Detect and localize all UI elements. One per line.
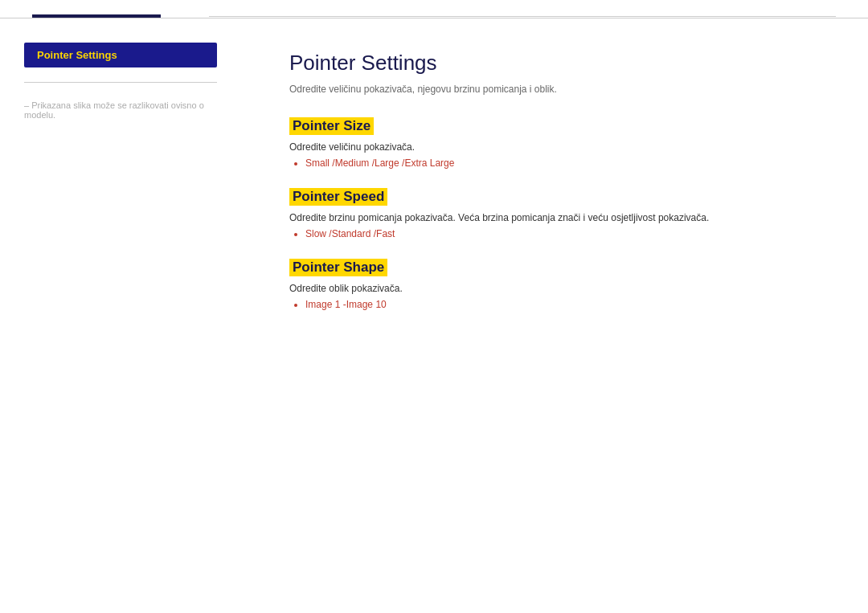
sidebar: Pointer Settings – Prikazana slika može … <box>0 35 241 362</box>
section-options-pointer-size: Small /Medium /Large /Extra Large <box>289 157 820 169</box>
section-pointer-size: Pointer Size Odredite veličinu pokazivač… <box>289 117 820 169</box>
content-area: Pointer Settings Odredite veličinu pokaz… <box>241 35 868 362</box>
section-pointer-shape: Pointer Shape Odredite oblik pokazivača.… <box>289 259 820 310</box>
page-subtitle: Odredite veličinu pokazivača, njegovu br… <box>289 84 820 95</box>
pointer-shape-option: Image 1 -Image 10 <box>305 299 820 310</box>
section-title-pointer-speed: Pointer Speed <box>289 188 387 206</box>
top-bar <box>0 0 868 18</box>
sidebar-note: – Prikazana slika može se razlikovati ov… <box>24 100 217 120</box>
section-pointer-speed: Pointer Speed Odredite brzinu pomicanja … <box>289 188 820 239</box>
section-options-pointer-speed: Slow /Standard /Fast <box>289 228 820 239</box>
top-bar-separator <box>209 16 836 17</box>
section-title-pointer-shape: Pointer Shape <box>289 259 387 276</box>
section-title-pointer-size: Pointer Size <box>289 117 374 135</box>
sidebar-divider <box>24 82 217 83</box>
section-desc-pointer-size: Odredite veličinu pokazivača. <box>289 141 820 153</box>
main-layout: Pointer Settings – Prikazana slika može … <box>0 18 868 362</box>
pointer-speed-option: Slow /Standard /Fast <box>305 228 820 239</box>
section-options-pointer-shape: Image 1 -Image 10 <box>289 299 820 310</box>
sidebar-item-pointer-settings[interactable]: Pointer Settings <box>24 43 217 67</box>
section-desc-pointer-shape: Odredite oblik pokazivača. <box>289 283 820 294</box>
top-bar-accent-line <box>32 14 161 18</box>
page-title: Pointer Settings <box>289 51 820 76</box>
section-desc-pointer-speed: Odredite brzinu pomicanja pokazivača. Ve… <box>289 212 820 223</box>
pointer-size-option: Small /Medium /Large /Extra Large <box>305 157 820 169</box>
top-bar-left <box>32 14 193 18</box>
